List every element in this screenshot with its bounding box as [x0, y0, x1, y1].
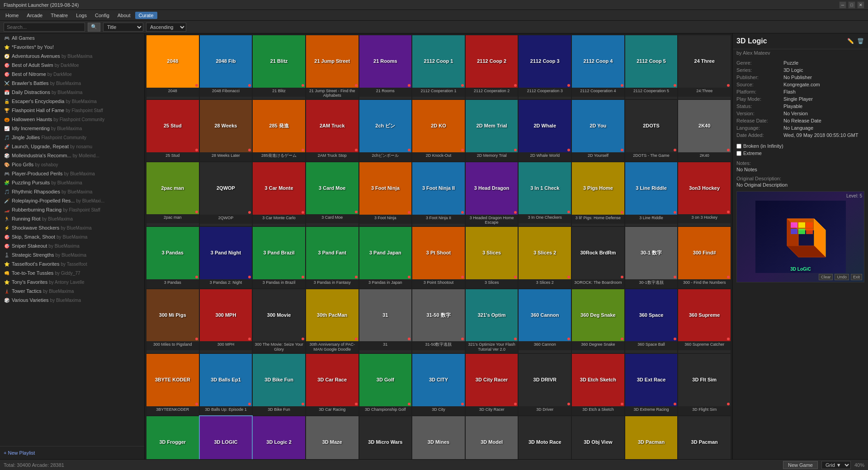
game-cell[interactable]: 2D Whale2D Whale World [519, 100, 571, 161]
game-cell[interactable]: 3D Bike Fun3D Bike Fun [253, 354, 305, 415]
game-cell[interactable]: 3D Micro Wars3D Micro Wars [359, 416, 412, 459]
game-cell[interactable]: 3D Car Race3D Car Racing [306, 354, 359, 415]
game-cell[interactable]: 30Rock BrdRm3OROCK: The Boardroom [572, 227, 624, 288]
sort-field-select[interactable]: Title Developer Publisher Date Added [103, 23, 143, 32]
game-cell[interactable]: 3 Pt Shoot3 Point Shootout [412, 227, 465, 288]
sidebar-item-all-games[interactable]: 🎮 All Games [0, 33, 144, 42]
game-cell[interactable]: 3D CITY3D City [412, 354, 465, 415]
menu-item-logs[interactable]: Logs [72, 12, 90, 19]
sidebar-item-tower[interactable]: 🗼 Tower Tactics by BlueMaxima [0, 287, 144, 296]
game-cell[interactable]: 360 Supreme360 Supreme Catcher [678, 289, 731, 353]
game-cell[interactable]: 3 Line Riddle3 Line Riddle [625, 162, 678, 226]
sidebar-item-adventurous[interactable]: 🧭 Adventurous Avenues by BlueMaxima [0, 52, 144, 61]
game-cell[interactable]: 3BYTE KODER3BYTEENKODER [146, 354, 199, 415]
game-cell[interactable]: 2D You2D Yourself [572, 100, 624, 161]
game-cell[interactable]: 360 Cannon360 Cannon [519, 289, 571, 353]
game-cell[interactable]: 2112 Coop 22112 Cooperation 2 [466, 35, 518, 99]
game-cell[interactable]: 3D City Racer3D City Racer [466, 354, 518, 415]
preview-undo-button[interactable]: Undo [835, 274, 849, 280]
sidebar-item-tonys[interactable]: ⭐ Tony's Favorites by Antony Lavelle [0, 277, 144, 287]
sidebar-item-jingle[interactable]: 🎵 Jingle Jollies Flashpoint Community [0, 133, 144, 142]
menu-item-curate[interactable]: Curate [135, 12, 157, 19]
game-cell[interactable]: 2D Mem Trial2D Memory Trial [466, 100, 518, 161]
sidebar-item-launch[interactable]: 🚀 Launch, Upgrade, Repeat by nosamu [0, 142, 144, 151]
game-cell[interactable]: 3D Golf3D Championship Golf [359, 354, 412, 415]
game-cell[interactable]: 3D Model3D Modeler [466, 416, 518, 459]
game-cell[interactable]: 25 Stud25 Stud [146, 100, 199, 161]
game-cell[interactable]: 2AM Truck2AM Truck Stop [306, 100, 359, 161]
menu-item-config[interactable]: Config [91, 12, 113, 19]
game-cell[interactable]: 3 Slices 23 Slices 2 [519, 227, 571, 288]
game-cell[interactable]: 3D Frogger3D Frogger [146, 416, 199, 459]
game-cell[interactable]: 3 Pigs Home3 lil' Pigs: Home Defense [572, 162, 624, 226]
detail-edit-button[interactable]: ✏️ [846, 37, 854, 45]
sidebar-item-racing[interactable]: 🏎️ Rubberburning Racing by Flashpoint St… [0, 205, 144, 214]
sidebar-item-brawlers[interactable]: ⚔️ Brawler's Battles by BlueMaxima [0, 79, 144, 88]
game-cell[interactable]: 3D Pacman3D Pacman [625, 416, 678, 459]
game-grid-area[interactable]: 204820482048 Fib2048 Fibonacci21 Blitz21… [145, 33, 732, 459]
game-cell[interactable]: 3 Slices3 Slices [466, 227, 518, 288]
game-cell[interactable]: 3 Car Monte3 Car Monte Carlo [253, 162, 305, 226]
game-cell[interactable]: 2QWOP2QWOP [200, 162, 252, 226]
minimize-button[interactable]: ─ [839, 1, 846, 9]
menu-item-home[interactable]: Home [2, 12, 22, 19]
game-cell[interactable]: 3D Maze3D Maze [306, 416, 359, 459]
game-cell[interactable]: 24 Three24:Three [678, 35, 731, 99]
sidebar-item-strategic[interactable]: ♟️ Strategic Strengths by BlueMaxima [0, 250, 144, 259]
game-cell[interactable]: 3on3 Hockey3 on 3 Hockey [678, 162, 731, 226]
game-cell[interactable]: 3D Pacman3D Pacman [678, 416, 731, 459]
game-cell[interactable]: 285 発進285発進けるゲーム [253, 100, 305, 161]
sort-order-select[interactable]: Ascending Descending [146, 23, 186, 32]
view-mode-select[interactable]: Grid ▼ List [821, 461, 851, 469]
game-cell[interactable]: 20482048 [146, 35, 199, 99]
game-cell[interactable]: 2112 Coop 12112 Cooperation 1 [412, 35, 465, 99]
sidebar-item-player[interactable]: 🎮 Player-Produced Perils by BlueMaxima [0, 169, 144, 178]
game-cell[interactable]: 30th PacMan30th Anniversary of PAC-MAN G… [306, 289, 359, 353]
sidebar-item-daily[interactable]: 📅 Daily Distractions by BlueMaxima [0, 88, 144, 97]
game-cell[interactable]: 3D Etch Sketch3D Etch a Sketch [572, 354, 624, 415]
sidebar-item-roleplaying[interactable]: 🗡️ Roleplaying-Propelled Res... by BlueM… [0, 196, 144, 205]
game-cell[interactable]: 2112 Coop 52112 Cooperation 5 [625, 35, 678, 99]
game-cell[interactable]: 28 Weeks28 Weeks Later [200, 100, 252, 161]
sidebar-item-nitrome[interactable]: 🎯 Best of Nitrome by DarkMoe [0, 70, 144, 79]
game-cell[interactable]: 3D Mines3D Minesweeper [412, 416, 465, 459]
game-cell[interactable]: 300 Movie300 The Movie: Seize Your Glory [253, 289, 305, 353]
game-cell[interactable]: 2K402K40 [678, 100, 731, 161]
game-cell[interactable]: 3 Foot Ninja II3 Foot Ninja II [412, 162, 465, 226]
maximize-button[interactable]: □ [848, 1, 855, 9]
preview-exit-button[interactable]: Exit [851, 274, 862, 280]
game-cell[interactable]: 2112 Coop 42112 Cooperation 4 [572, 35, 624, 99]
game-cell[interactable]: 3D LOGIC3D Logic [200, 416, 252, 459]
game-cell[interactable]: 2ch ビン2chビンボール [359, 100, 412, 161]
game-cell[interactable]: 3D Ext Race3D Extreme Racing [625, 354, 678, 415]
game-cell[interactable]: 360 Space360 Space Ball [625, 289, 678, 353]
sidebar-item-idly[interactable]: 📈 Idly Incrementing by BlueMaxima [0, 124, 144, 133]
sidebar-item-escaper[interactable]: 🔓 Escaper's Encyclopedia by BlueMaxima [0, 97, 144, 106]
sidebar-item-favorites[interactable]: ⭐ *Favorites* by You! [0, 42, 144, 52]
game-cell[interactable]: 3131 [359, 289, 412, 353]
game-cell[interactable]: 2DOTS2DOTS - The Game [625, 100, 678, 161]
menu-item-about[interactable]: About [114, 12, 134, 19]
sidebar-item-puzzling[interactable]: 🧩 Puzzling Pursuits by BlueMaxima [0, 178, 144, 187]
sidebar-item-skip[interactable]: 🎯 Skip, Smack, Shoot by BlueMaxima [0, 232, 144, 241]
sidebar-item-adult-swim[interactable]: 🎯 Best of Adult Swim by DarkMoe [0, 61, 144, 70]
game-cell[interactable]: 3 Head Dragon3 Headed Dragon Home Escape [466, 162, 518, 226]
menu-item-arcade[interactable]: Arcade [23, 12, 46, 19]
close-button[interactable]: ✕ [857, 1, 864, 9]
sidebar-item-hall-of-fame[interactable]: 🏆 Flashpoint Hall of Fame by Flashpoint … [0, 106, 144, 115]
game-cell[interactable]: 3 Pand Fant3 Pandas in Fantasy [306, 227, 359, 288]
game-cell[interactable]: 3 Pandas3 Pandas [146, 227, 199, 288]
extreme-checkbox[interactable] [736, 151, 741, 156]
game-cell[interactable]: 3 Pand Brazil3 Pandas in Brazil [253, 227, 305, 288]
broken-checkbox[interactable] [736, 144, 741, 149]
sidebar-item-tasselfoot[interactable]: ⭐ Tasselfoot's Favorites by Tasselfoot [0, 259, 144, 268]
detail-delete-button[interactable]: 🗑️ [856, 37, 864, 45]
game-cell[interactable]: 360 Deg Snake360 Degree Snake [572, 289, 624, 353]
sidebar-item-pico[interactable]: 🎨 Pico Gr8s by oshaboy [0, 160, 144, 169]
game-cell[interactable]: 30-1 数字30-1数字逃脱 [625, 227, 678, 288]
game-cell[interactable]: 21 Jump Street21 Jump Street - Find the … [306, 35, 359, 99]
game-cell[interactable]: 3D Balls Ep13D Balls Up: Episode 1 [200, 354, 252, 415]
sidebar-item-tussles[interactable]: 👊 Toe-to-Toe Tussles by Giddy_77 [0, 268, 144, 277]
sidebar-item-various[interactable]: 🎲 Various Varieties by BlueMaxima [0, 296, 144, 305]
game-cell[interactable]: 3D Logic 23D Logic 2 [253, 416, 305, 459]
